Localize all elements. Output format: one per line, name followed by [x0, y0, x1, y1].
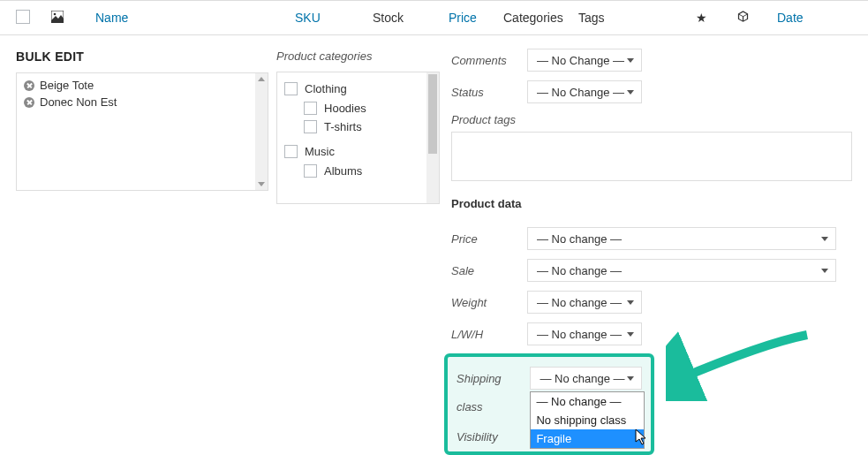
category-label: Clothing: [305, 82, 347, 95]
dropdown-option[interactable]: No shipping class: [531, 411, 644, 429]
status-label: Status: [451, 86, 527, 99]
shipping-class-label: Shipping: [457, 372, 530, 385]
scroll-thumb[interactable]: [428, 74, 437, 154]
col-name[interactable]: Name: [95, 11, 295, 25]
lwh-select[interactable]: — No change —: [527, 322, 642, 345]
weight-select[interactable]: — No change —: [527, 291, 642, 314]
list-item-label: Donec Non Est: [40, 95, 117, 109]
select-value: — No change —: [537, 328, 622, 341]
comments-label: Comments: [451, 54, 527, 67]
col-price[interactable]: Price: [449, 11, 503, 25]
chevron-down-icon: [627, 376, 634, 381]
select-value: — No change —: [537, 232, 622, 246]
chevron-down-icon: [627, 90, 634, 95]
list-item: Beige Tote: [22, 77, 262, 94]
col-date[interactable]: Date: [777, 11, 823, 25]
select-value: — No change —: [537, 296, 622, 309]
table-header-row: Name SKU Stock Price Categories Tags ★ D…: [0, 0, 868, 35]
category-checkbox[interactable]: Hoodies: [304, 102, 434, 115]
product-type-column-icon[interactable]: [736, 10, 777, 26]
featured-column-icon[interactable]: ★: [696, 11, 736, 25]
shipping-class-label-line2: class: [457, 400, 532, 413]
product-data-label: Product data: [451, 181, 852, 223]
chevron-down-icon: [821, 269, 828, 273]
category-checkbox[interactable]: T-shirts: [304, 120, 434, 133]
weight-label: Weight: [451, 296, 527, 309]
col-stock: Stock: [373, 11, 449, 25]
categories-scrollbar[interactable]: [426, 72, 439, 203]
list-item: Donec Non Est: [22, 94, 262, 110]
chevron-down-icon: [627, 332, 634, 337]
select-value: — No change —: [537, 264, 622, 277]
categories-box: Clothing Hoodies T-shirts Music Albums: [276, 72, 440, 204]
remove-item-icon[interactable]: [24, 80, 34, 91]
dropdown-option-selected[interactable]: Fragile: [531, 429, 644, 448]
col-categories: Categories: [503, 11, 578, 25]
visibility-label: Visibility: [457, 430, 532, 444]
select-all-checkbox[interactable]: [16, 10, 30, 24]
status-select[interactable]: — No Change —: [527, 80, 642, 103]
category-label: Hoodies: [324, 102, 366, 115]
select-value: — No Change —: [537, 54, 624, 67]
sale-label: Sale: [451, 264, 527, 277]
product-tags-input[interactable]: [451, 132, 852, 181]
list-scrollbar[interactable]: [255, 73, 268, 190]
categories-title: Product categories: [276, 44, 451, 72]
category-label: T-shirts: [324, 120, 362, 133]
scroll-down-icon[interactable]: [258, 182, 265, 186]
category-checkbox[interactable]: Music: [284, 145, 434, 158]
price-label: Price: [451, 232, 527, 246]
bulk-edit-title: BULK EDIT: [16, 44, 276, 72]
chevron-down-icon: [627, 58, 634, 63]
svg-point-1: [54, 12, 57, 15]
comments-select[interactable]: — No Change —: [527, 49, 642, 72]
category-checkbox[interactable]: Clothing: [284, 82, 434, 95]
list-item-label: Beige Tote: [40, 79, 94, 92]
lwh-label: L/W/H: [451, 328, 527, 341]
bulk-edit-items: Beige Tote Donec Non Est: [16, 72, 268, 191]
chevron-down-icon: [627, 300, 634, 305]
category-label: Music: [305, 145, 335, 158]
remove-item-icon[interactable]: [24, 97, 34, 108]
category-label: Albums: [324, 164, 362, 178]
col-sku[interactable]: SKU: [295, 11, 373, 25]
product-tags-label: Product tags: [451, 108, 852, 132]
select-value: — No change —: [540, 372, 624, 385]
image-column-icon[interactable]: [51, 11, 95, 26]
shipping-class-highlight: Shipping — No change — — No change — No …: [444, 353, 654, 455]
category-checkbox[interactable]: Albums: [304, 164, 434, 178]
shipping-class-select[interactable]: — No change — — No change — No shipping …: [530, 367, 642, 390]
scroll-up-icon[interactable]: [258, 77, 265, 81]
dropdown-option[interactable]: — No change —: [531, 392, 644, 411]
chevron-down-icon: [821, 237, 828, 241]
select-value: — No Change —: [537, 86, 624, 99]
col-tags: Tags: [578, 11, 696, 25]
shipping-class-dropdown: — No change — No shipping class Fragile: [530, 391, 645, 449]
sale-select[interactable]: — No change —: [527, 259, 836, 282]
price-select[interactable]: — No change —: [527, 227, 836, 250]
